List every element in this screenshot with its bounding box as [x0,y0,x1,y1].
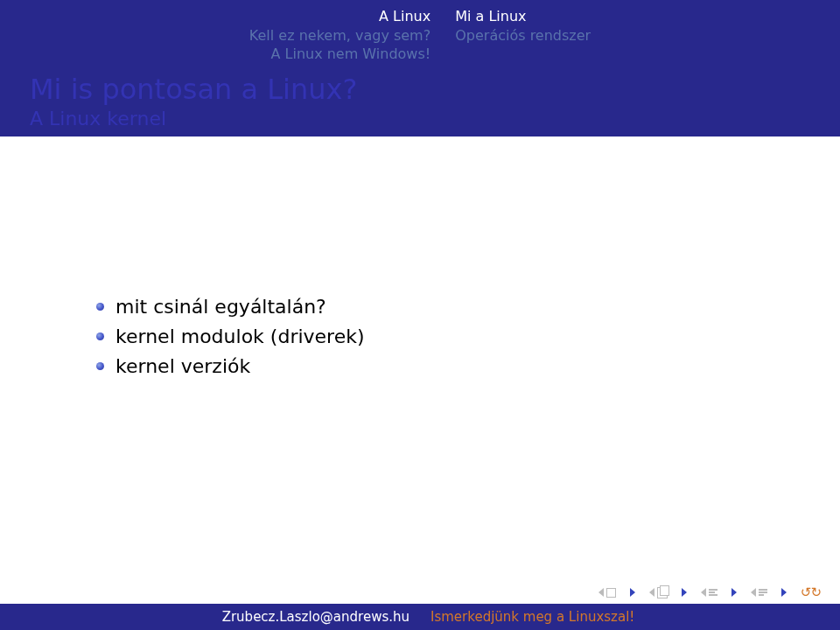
nav-prev-slide[interactable] [598,588,616,598]
chevron-right-icon [630,588,635,597]
nav-prev-frame[interactable] [649,587,668,598]
nav-section-a-linux[interactable]: A Linux [249,7,430,26]
frame-title: Mi is pontosan a Linux? [30,73,840,106]
square-icon [606,588,616,598]
bullet-item: kernel modulok (driverek) [96,322,840,352]
slide: A Linux Kell ez nekem, vagy sem? A Linux… [0,0,840,630]
content: mit csinál egyáltalán? kernel modulok (d… [0,292,840,382]
nav-prev-subsection[interactable] [751,588,767,597]
redo-icon: ↻ [810,584,821,600]
chevron-left-icon [751,588,756,597]
nav-back-forward[interactable]: ↺↻ [801,584,821,600]
chevron-right-icon [682,588,687,597]
undo-icon: ↺ [801,584,811,600]
frames-icon [657,587,668,598]
nav-sub-mi-a-linux[interactable]: Mi a Linux [455,7,591,26]
nav-next-section[interactable] [732,588,737,597]
bars-icon [759,589,767,596]
chevron-left-icon [649,588,654,597]
nav-next-frame[interactable] [682,588,687,597]
frame-subtitle: A Linux kernel [30,108,840,130]
chevron-left-icon [701,588,706,597]
header-left: A Linux Kell ez nekem, vagy sem? A Linux… [249,7,430,64]
footer-author: Zrubecz.Laszlo@andrews.hu [0,609,420,625]
nav-section-nem-windows[interactable]: A Linux nem Windows! [249,45,430,64]
nav-prev-section[interactable] [701,588,718,597]
title-block: Mi is pontosan a Linux? A Linux kernel [0,73,840,130]
header-right: Mi a Linux Operációs rendszer [455,7,591,64]
chevron-left-icon [598,588,604,597]
nav-next-slide[interactable] [630,588,635,597]
bars-icon [709,589,718,596]
nav-section-kell-ez[interactable]: Kell ez nekem, vagy sem? [249,26,430,46]
chevron-right-icon [781,588,787,597]
nav-next-subsection[interactable] [781,588,787,597]
header: A Linux Kell ez nekem, vagy sem? A Linux… [0,0,840,64]
header-block: A Linux Kell ez nekem, vagy sem? A Linux… [0,0,840,136]
bullet-item: kernel verziók [96,352,840,382]
chevron-right-icon [732,588,737,597]
footer: Zrubecz.Laszlo@andrews.hu Ismerkedjünk m… [0,604,840,630]
nav-sub-operacios[interactable]: Operációs rendszer [455,26,591,46]
bullet-item: mit csinál egyáltalán? [96,292,840,322]
beamer-nav: ↺↻ [598,584,821,600]
footer-title: Ismerkedjünk meg a Linuxszal! [420,609,840,625]
